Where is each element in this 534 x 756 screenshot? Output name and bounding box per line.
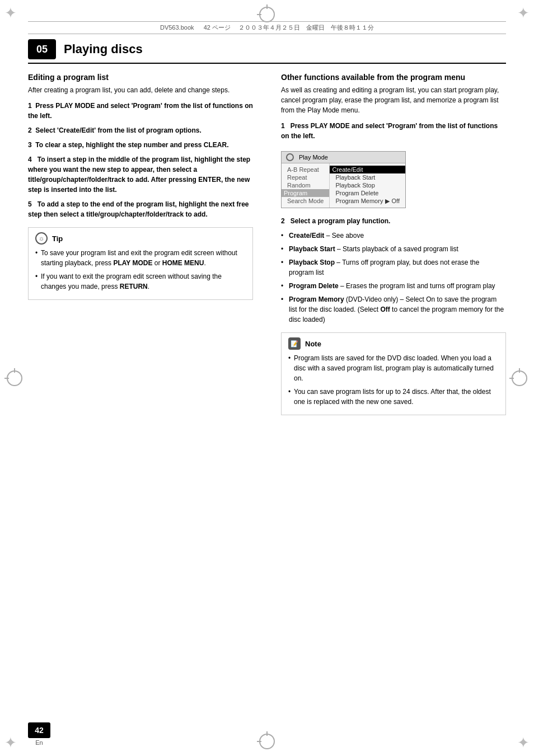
- page-lang: En: [35, 739, 43, 746]
- left-crosshair: [7, 370, 22, 386]
- menu-program-memory-label: Program Memory: [335, 198, 383, 205]
- right-section-title: Other functions available from the progr…: [281, 73, 506, 82]
- bottom-crosshair: [259, 734, 275, 749]
- step-1-num: 1: [28, 102, 35, 110]
- meta-sep: ページ: [212, 24, 237, 31]
- tip-box: ☼ Tip To save your program list and exit…: [28, 227, 253, 300]
- func-program-delete: Program Delete – Erases the program list…: [281, 281, 506, 291]
- meta-page: [196, 24, 202, 31]
- menu-title-bar: Play Mode: [282, 152, 405, 163]
- menu-body: A-B Repeat Repeat Random Program Search …: [282, 163, 405, 208]
- function-list: Create/Edit – See above Playback Start –…: [281, 231, 506, 325]
- note-label: Note: [305, 340, 321, 348]
- corner-decor-tl: ✦: [4, 4, 17, 22]
- step-2: 2 Select 'Create/Edit' from the list of …: [28, 125, 253, 135]
- step-4-num: 4: [28, 156, 35, 163]
- right-step-2-text: Select a program play function.: [291, 217, 391, 225]
- right-section-intro: As well as creating and editing a progra…: [281, 85, 506, 115]
- menu-left-list: A-B Repeat Repeat Random Program Search …: [282, 163, 330, 208]
- chapter-header: 05 Playing discs: [28, 39, 506, 64]
- right-step-1-num: 1: [281, 122, 288, 130]
- step-5-text: To add a step to the end of the program …: [28, 200, 249, 218]
- right-step-1: 1 Press PLAY MODE and select 'Program' f…: [281, 121, 506, 141]
- func-playback-stop: Playback Stop – Turns off program play, …: [281, 257, 506, 278]
- step-4: 4 To insert a step in the middle of the …: [28, 154, 253, 195]
- note-item-1: Program lists are saved for the DVD disc…: [288, 353, 499, 383]
- right-step-2-num: 2: [281, 217, 288, 225]
- menu-left-item-2: Repeat: [287, 173, 324, 181]
- step-3-num: 3: [28, 141, 35, 149]
- page-number: 42: [28, 722, 50, 738]
- note-header: 📝 Note: [288, 337, 499, 350]
- func-create-edit: Create/Edit – See above: [281, 231, 506, 241]
- note-icon: 📝: [288, 337, 301, 350]
- menu-program-memory-value: ▶ Off: [385, 198, 400, 205]
- step-3: 3 To clear a step, highlight the step nu…: [28, 140, 253, 150]
- menu-title: Play Mode: [299, 154, 328, 161]
- step-3-text: To clear a step, highlight the step numb…: [35, 141, 228, 149]
- func-playback-start: Playback Start – Starts playback of a sa…: [281, 244, 506, 254]
- meta-text: DV563.book: [160, 24, 194, 31]
- step-2-num: 2: [28, 126, 35, 134]
- right-step-2: 2 Select a program play function.: [281, 216, 506, 226]
- page-number-area: 42 En: [28, 722, 50, 746]
- step-1-text: Press PLAY MODE and select 'Program' fro…: [28, 102, 253, 120]
- right-crosshair: [512, 370, 527, 386]
- menu-icon: [286, 153, 294, 161]
- tip-icon: ☼: [35, 232, 48, 245]
- step-4-text: To insert a step in the middle of the pr…: [28, 156, 250, 194]
- tip-label: Tip: [52, 234, 63, 243]
- right-column: Other functions available from the progr…: [275, 73, 506, 711]
- tip-item-1: To save your program list and exit the p…: [35, 248, 246, 268]
- func-program-memory: Program Memory (DVD-Video only) – Select…: [281, 294, 506, 325]
- meta-date: ２００３年４月２５日 金曜日 午後８時１１分: [238, 24, 374, 31]
- left-column: Editing a program list After creating a …: [28, 73, 259, 711]
- step-5-num: 5: [28, 200, 35, 208]
- menu-right-item-4: Program Delete: [335, 189, 400, 197]
- left-section-intro: After creating a program list, you can a…: [28, 85, 253, 95]
- content-area: Editing a program list After creating a …: [28, 73, 506, 711]
- menu-right-item-3: Playback Stop: [335, 181, 400, 189]
- menu-right-list: Create/Edit Playback Start Playback Stop…: [330, 163, 405, 208]
- step-2-text: Select 'Create/Edit' from the list of pr…: [35, 126, 201, 134]
- menu-left-item-5: Search Mode: [287, 197, 324, 205]
- menu-left-item-3: Random: [287, 181, 324, 189]
- corner-decor-tr: ✦: [517, 4, 530, 22]
- note-item-2: You can save program lists for up to 24 …: [288, 387, 499, 407]
- meta-page-num: 42: [204, 24, 210, 31]
- meta-bar: DV563.book 42 ページ ２００３年４月２５日 金曜日 午後８時１１分: [28, 21, 506, 34]
- menu-left-item-1: A-B Repeat: [287, 166, 324, 173]
- step-1: 1 Press PLAY MODE and select 'Program' f…: [28, 101, 253, 121]
- corner-decor-bl: ✦: [4, 734, 17, 752]
- menu-left-item-4: Program: [282, 189, 329, 197]
- menu-right-item-1: Create/Edit: [330, 166, 405, 173]
- play-mode-menu: Play Mode A-B Repeat Repeat Random Progr…: [281, 151, 406, 208]
- menu-right-item-2: Playback Start: [335, 173, 400, 181]
- tip-header: ☼ Tip: [35, 232, 246, 245]
- note-box: 📝 Note Program lists are saved for the D…: [281, 332, 506, 415]
- tip-item-2: If you want to exit the program edit scr…: [35, 271, 246, 292]
- left-section-title: Editing a program list: [28, 73, 253, 82]
- menu-right-item-5: Program Memory ▶ Off: [335, 197, 400, 205]
- right-step-1-text: Press PLAY MODE and select 'Program' fro…: [281, 122, 498, 140]
- chapter-number: 05: [28, 39, 56, 59]
- corner-decor-br: ✦: [517, 734, 530, 752]
- chapter-title: Playing discs: [64, 42, 143, 57]
- step-5: 5 To add a step to the end of the progra…: [28, 199, 253, 219]
- top-crosshair: [259, 7, 275, 22]
